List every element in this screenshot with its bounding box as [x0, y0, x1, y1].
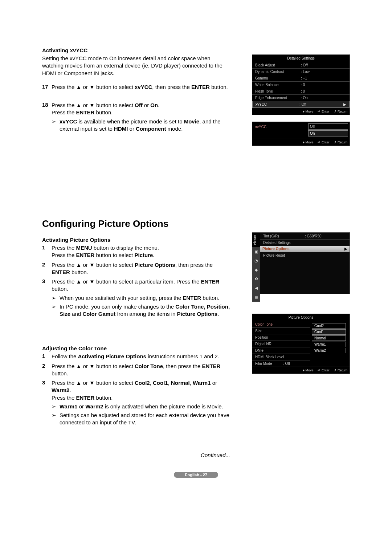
option-off: Off	[308, 123, 348, 130]
enter-hint: ↵ Enter	[318, 110, 329, 113]
step-2: 2 Press the ▲ or ▼ button to select Pict…	[42, 261, 231, 276]
osd-picture-menu: Picture ▣ ◔ ◆ ✿ ◀ ▦ Tint (G/R): G50/R50 …	[252, 232, 350, 294]
page-footer: English - 27	[42, 473, 350, 477]
osd-title: Picture Options	[252, 314, 350, 321]
step-number: 18	[42, 102, 52, 133]
osd-row: Dynamic Contrast: Low	[252, 68, 350, 75]
osd-label: xvYCC	[252, 122, 307, 139]
osd-xvycc: xvYCC Off On ♦ Move ↵ Enter ↺ Return	[252, 122, 350, 146]
note-arrow-icon: ➢	[52, 294, 60, 302]
step-18: 18 Press the ▲ or ▼ button to select Off…	[42, 102, 231, 133]
note-arrow-icon: ➢	[52, 412, 60, 427]
heading-configuring-picture-options: Configuring Picture Options	[42, 218, 350, 229]
sidebar-label-picture: Picture	[252, 233, 260, 247]
antenna-icon: ◀	[255, 284, 258, 293]
osd-row-selected: xvYCC: Off▶	[252, 101, 350, 108]
option-cool2: Cool2	[312, 323, 346, 329]
channel-icon: ◆	[255, 265, 258, 274]
step-3: 3 Press the ▲ or ▼ button to select a pa…	[42, 278, 231, 318]
note-arrow-icon: ➢	[52, 118, 60, 133]
continued-text: Continued...	[42, 452, 230, 458]
gear-icon: ✿	[255, 274, 258, 284]
note-arrow-icon: ➢	[52, 303, 60, 318]
step-3: 3 Press the ▲ or ▼ button to select Cool…	[42, 379, 231, 427]
intro-text: Setting the xvYCC mode to On increases d…	[42, 55, 231, 77]
osd-row: Black Adjust: Off	[252, 62, 350, 68]
menu-row: Detailed Settings	[260, 239, 350, 246]
osd-row: White Balance: 0	[252, 81, 350, 88]
step-number: 17	[42, 83, 52, 91]
step-1: 1 Follow the Activating Picture Options …	[42, 353, 231, 360]
osd-detailed-settings: Detailed Settings Black Adjust: Off Dyna…	[252, 54, 350, 115]
sound-icon: ◔	[254, 256, 258, 265]
section-title: Activating xvYCC	[42, 47, 350, 53]
option-on-selected: On	[308, 130, 348, 136]
monitor-icon: ▣	[254, 247, 258, 256]
osd-title: Detailed Settings	[252, 55, 350, 62]
osd-picture-options: Picture Options Color Tone Size Position…	[252, 314, 350, 374]
input-icon: ▦	[254, 293, 258, 302]
option-cool1-selected: Cool1	[312, 329, 346, 335]
option-warm2: Warm2	[312, 348, 346, 353]
step-2: 2 Press the ▲ or ▼ button to select Colo…	[42, 363, 231, 378]
chevron-right-icon: ▶	[343, 102, 346, 106]
option-normal: Normal	[312, 335, 346, 341]
step-1: 1 Press the MENU button to display the m…	[42, 244, 231, 259]
osd-row: Gamma: +1	[252, 75, 350, 81]
step-17: 17 Press the ▲ or ▼ button to select xvY…	[42, 83, 231, 91]
osd-footer: ♦ Move ↵ Enter ↺ Return	[252, 367, 350, 374]
return-hint: ↺ Return	[334, 110, 347, 113]
menu-row-selected: Picture Options ▶	[260, 246, 350, 252]
chevron-right-icon: ▶	[344, 247, 347, 251]
osd-footer: ♦ Move ↵ Enter ↺ Return	[252, 139, 350, 146]
osd-row: Flesh Tone: 0	[252, 88, 350, 94]
osd-row: Edge Enhancement: On	[252, 94, 350, 101]
menu-row: Picture Reset	[260, 252, 350, 258]
osd-footer: ♦ Move ↵ Enter ↺ Return	[252, 108, 350, 115]
menu-row: Tint (G/R): G50/R50	[260, 233, 350, 239]
move-hint: ♦ Move	[303, 110, 313, 113]
note-arrow-icon: ➢	[52, 403, 60, 410]
option-warm1: Warm1	[312, 342, 346, 347]
